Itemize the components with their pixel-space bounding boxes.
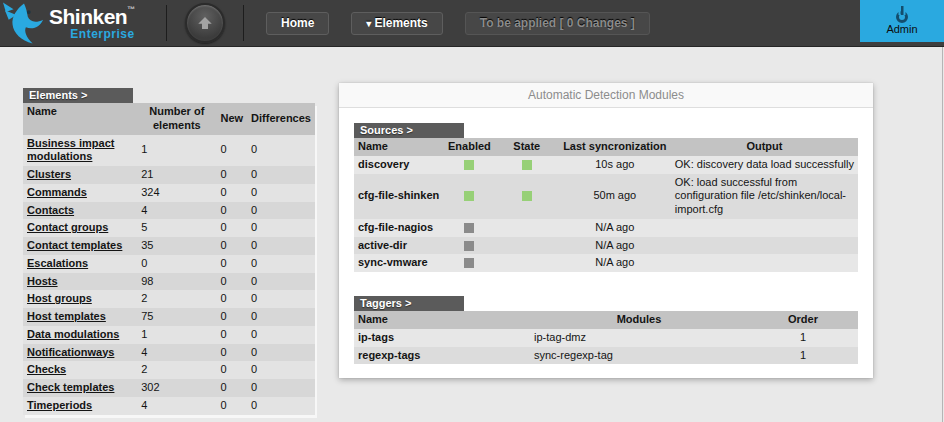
element-link[interactable]: Contact templates [27, 239, 122, 251]
tagger-order-cell: 1 [748, 329, 858, 347]
shinken-logo[interactable]: Shinken™ Enterprise [0, 1, 166, 46]
element-row: Data modulations100 [23, 326, 315, 344]
element-count-cell: 302 [137, 379, 216, 397]
taggers-table: Name Modules Order ip-tagsip-tag-dmz1reg… [354, 311, 858, 364]
element-row: Business impact modulations100 [23, 135, 315, 167]
element-row: Hosts9800 [23, 273, 315, 291]
top-bar: Shinken™ Enterprise Home ▾Elements To be… [0, 0, 944, 47]
source-last-sync-cell: N/A ago [559, 237, 671, 255]
element-count-cell: 2 [137, 361, 216, 379]
tagger-row: regexp-tagssync-regexp-tag1 [354, 347, 858, 365]
element-new-cell: 0 [216, 219, 247, 237]
element-new-cell: 0 [216, 326, 247, 344]
status-ok-icon [464, 160, 474, 170]
element-name-cell: Notificationways [23, 344, 137, 362]
element-count-cell: 35 [137, 237, 216, 255]
source-enabled-cell [444, 174, 495, 219]
elements-table: Name Number of elements New Differences … [23, 103, 315, 415]
element-count-cell: 21 [137, 166, 216, 184]
element-link[interactable]: Host groups [27, 292, 92, 304]
status-ok-icon [522, 191, 532, 201]
source-last-sync-cell: N/A ago [559, 219, 671, 237]
elements-table-body: Business impact modulations100Clusters21… [23, 135, 315, 415]
source-output-cell [671, 254, 858, 272]
element-link[interactable]: Notificationways [27, 346, 114, 358]
element-name-cell: Commands [23, 184, 137, 202]
element-link[interactable]: Timeperiods [27, 399, 92, 411]
tagger-modules-cell: sync-regexp-tag [530, 347, 748, 365]
status-ok-icon [464, 191, 474, 201]
element-name-cell: Hosts [23, 273, 137, 291]
column-header-order: Order [748, 311, 858, 329]
element-link[interactable]: Contacts [27, 204, 74, 216]
tagger-modules-cell: ip-tag-dmz [530, 329, 748, 347]
automatic-detection-card: Automatic Detection Modules Sources > Na… [339, 83, 873, 378]
column-header-modules: Modules [530, 311, 748, 329]
header-divider [243, 5, 244, 41]
column-header-number-of-elements: Number of elements [137, 103, 216, 135]
element-diff-cell: 0 [247, 219, 315, 237]
tagger-name-cell: ip-tags [354, 329, 530, 347]
element-new-cell: 0 [216, 184, 247, 202]
arrow-up-icon [196, 14, 214, 32]
element-name-cell: Checks [23, 361, 137, 379]
tagger-order-cell: 1 [748, 347, 858, 365]
element-count-cell: 4 [137, 397, 216, 415]
element-link[interactable]: Contact groups [27, 221, 108, 233]
element-diff-cell: 0 [247, 361, 315, 379]
brand-subtitle: Enterprise [49, 28, 135, 40]
sources-tab[interactable]: Sources > [354, 123, 464, 138]
element-name-cell: Check templates [23, 379, 137, 397]
element-name-cell: Data modulations [23, 326, 137, 344]
element-diff-cell: 0 [247, 290, 315, 308]
home-button[interactable]: Home [266, 12, 329, 35]
element-diff-cell: 0 [247, 202, 315, 220]
element-row: Clusters2100 [23, 166, 315, 184]
source-row: cfg-file-shinken50m agoOK: load successf… [354, 174, 858, 219]
status-off-icon [464, 223, 474, 233]
element-row: Host templates7500 [23, 308, 315, 326]
source-row: cfg-file-nagiosN/A ago [354, 219, 858, 237]
element-name-cell: Timeperiods [23, 397, 137, 415]
scroll-top-button[interactable] [185, 3, 225, 43]
admin-button[interactable]: Admin [860, 0, 944, 42]
element-link[interactable]: Commands [27, 186, 87, 198]
elements-tab[interactable]: Elements > [23, 88, 133, 103]
column-header-name: Name [23, 103, 137, 135]
source-output-cell: OK: discovery data load successfully [671, 156, 858, 174]
source-state-cell [495, 156, 559, 174]
column-header-differences: Differences [247, 103, 315, 135]
taggers-tab[interactable]: Taggers > [354, 296, 464, 311]
element-link[interactable]: Business impact modulations [27, 137, 114, 163]
element-new-cell: 0 [216, 273, 247, 291]
element-link[interactable]: Check templates [27, 381, 114, 393]
element-diff-cell: 0 [247, 397, 315, 415]
element-row: Escalations000 [23, 255, 315, 273]
source-row: sync-vmwareN/A ago [354, 254, 858, 272]
element-row: Notificationways400 [23, 344, 315, 362]
element-link[interactable]: Host templates [27, 310, 106, 322]
source-output-cell [671, 219, 858, 237]
source-output-cell: OK: load successful from configuration f… [671, 174, 858, 219]
element-new-cell: 0 [216, 166, 247, 184]
element-link[interactable]: Clusters [27, 168, 71, 180]
element-link[interactable]: Data modulations [27, 328, 119, 340]
element-link[interactable]: Hosts [27, 275, 58, 287]
elements-menu-button[interactable]: ▾Elements [351, 12, 442, 35]
element-name-cell: Escalations [23, 255, 137, 273]
source-name-cell: cfg-file-nagios [354, 219, 444, 237]
sources-header-row: Name Enabled State Last syncronization O… [354, 138, 858, 156]
element-link[interactable]: Escalations [27, 257, 88, 269]
element-row: Host groups200 [23, 290, 315, 308]
element-diff-cell: 0 [247, 326, 315, 344]
sources-table-body: discovery10s agoOK: discovery data load … [354, 156, 858, 272]
source-name-cell: active-dir [354, 237, 444, 255]
source-state-cell [495, 219, 559, 237]
element-row: Contact templates3500 [23, 237, 315, 255]
source-last-sync-cell: 10s ago [559, 156, 671, 174]
element-diff-cell: 0 [247, 237, 315, 255]
element-link[interactable]: Checks [27, 363, 66, 375]
element-new-cell: 0 [216, 202, 247, 220]
element-count-cell: 5 [137, 219, 216, 237]
element-count-cell: 98 [137, 273, 216, 291]
